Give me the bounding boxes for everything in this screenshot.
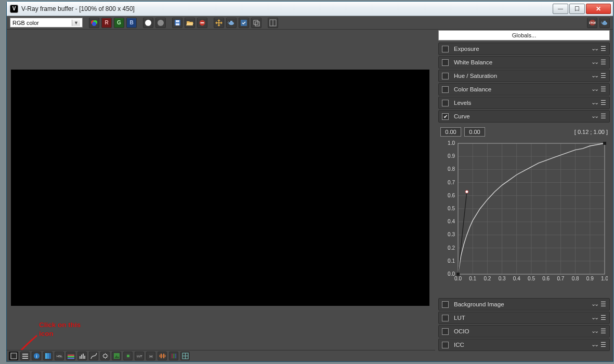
section-hsl[interactable]: Hue / Saturation ⌄⌄ ☰ <box>438 70 610 82</box>
mono-white-button[interactable] <box>143 18 153 28</box>
bottom-ocio-icon[interactable]: H <box>146 352 155 360</box>
bottom-stamp-icon[interactable] <box>123 352 133 360</box>
bottom-bg-icon[interactable] <box>112 352 121 360</box>
section-exposure-checkbox[interactable] <box>442 46 449 52</box>
section-menu-icon[interactable]: ☰ <box>600 99 606 106</box>
duplicate-icon[interactable] <box>251 18 262 28</box>
window-title: V-Ray frame buffer - [100% of 800 x 450] <box>21 5 135 12</box>
bottom-curve-icon[interactable] <box>89 352 98 360</box>
svg-rect-19 <box>11 353 17 359</box>
compare-ab-icon[interactable] <box>268 18 278 28</box>
section-levels[interactable]: Levels ⌄⌄ ☰ <box>438 97 610 109</box>
section-curve[interactable]: Curve ⌄⌄ ☰ <box>438 110 610 123</box>
section-bg-checkbox[interactable] <box>442 301 449 308</box>
chevron-down-icon[interactable]: ⌄⌄ <box>591 314 597 321</box>
section-lut[interactable]: LUT ⌄⌄ ☰ <box>438 312 610 324</box>
maximize-button[interactable]: 囗 <box>569 4 585 14</box>
chevron-down-icon[interactable]: ⌄⌄ <box>591 86 597 93</box>
save-icon[interactable] <box>172 18 182 28</box>
channel-g-button[interactable]: G <box>114 18 124 28</box>
section-menu-icon[interactable]: ☰ <box>600 86 606 93</box>
svg-text:0.9: 0.9 <box>448 153 455 159</box>
bottom-sliders-icon[interactable] <box>169 352 178 360</box>
chevron-down-icon[interactable]: ⌄⌄ <box>591 341 597 348</box>
bottom-hsl-icon[interactable]: HSL <box>55 352 64 360</box>
bottom-colorbalance-icon[interactable] <box>66 352 75 360</box>
section-exposure[interactable]: Exposure ⌄⌄ ☰ <box>438 43 610 55</box>
link-viewport-icon[interactable] <box>239 18 249 28</box>
section-cb[interactable]: Color Balance ⌄⌄ ☰ <box>438 83 610 96</box>
svg-rect-11 <box>254 20 258 24</box>
bottom-pixel-aspect-icon[interactable] <box>180 352 190 360</box>
section-cb-checkbox[interactable] <box>442 86 449 93</box>
bottom-levels-icon[interactable] <box>43 352 53 360</box>
section-menu-icon[interactable]: ☰ <box>600 45 606 52</box>
section-menu-icon[interactable]: ☰ <box>600 59 606 66</box>
corrections-toggle-icon[interactable] <box>9 352 18 360</box>
info-icon[interactable]: i <box>32 352 41 360</box>
section-menu-icon[interactable]: ☰ <box>600 113 606 120</box>
titlebar[interactable]: V V-Ray frame buffer - [100% of 800 x 45… <box>7 2 613 16</box>
section-bg-label: Background Image <box>454 301 504 307</box>
svg-text:STOP: STOP <box>589 21 596 24</box>
svg-rect-12 <box>255 22 259 26</box>
section-icc-checkbox[interactable] <box>442 342 449 348</box>
history-icon[interactable] <box>20 352 30 360</box>
curve-editor[interactable]: 0.00.10.20.30.40.50.60.70.80.91.00.00.10… <box>441 140 610 287</box>
section-hsl-checkbox[interactable] <box>442 73 449 79</box>
section-ocio-checkbox[interactable] <box>442 328 449 335</box>
teapot-main-icon[interactable] <box>599 18 610 28</box>
svg-rect-33 <box>80 356 81 359</box>
channel-combo[interactable]: RGB color ▼ <box>10 18 83 28</box>
curve-input-b[interactable]: 0.00 <box>464 127 485 137</box>
chevron-down-icon[interactable]: ⌄⌄ <box>591 45 597 52</box>
svg-rect-26 <box>47 353 49 359</box>
section-wb[interactable]: White Balance ⌄⌄ ☰ <box>438 56 610 69</box>
section-menu-icon[interactable]: ☰ <box>600 328 606 335</box>
bottom-toolbar: i HSL LUT <box>7 350 435 361</box>
svg-text:0.1: 0.1 <box>448 258 455 264</box>
section-lut-checkbox[interactable] <box>442 315 449 321</box>
svg-text:0.2: 0.2 <box>448 245 455 251</box>
mono-grey-button[interactable] <box>155 18 166 28</box>
svg-rect-30 <box>68 355 74 356</box>
svg-text:i: i <box>36 354 37 359</box>
chevron-down-icon[interactable]: ⌄⌄ <box>591 59 597 66</box>
bottom-lens-icon[interactable] <box>100 352 110 360</box>
section-levels-checkbox[interactable] <box>442 100 449 106</box>
region-render-icon[interactable] <box>214 18 224 28</box>
svg-text:0.8: 0.8 <box>572 276 579 281</box>
minimize-button[interactable]: — <box>553 4 568 14</box>
teapot-render-icon[interactable] <box>226 18 237 28</box>
stop-render-icon[interactable]: STOP <box>587 18 597 28</box>
section-menu-icon[interactable]: ☰ <box>600 341 606 348</box>
bottom-lut-icon[interactable]: LUT <box>135 352 144 360</box>
render-viewport[interactable] <box>11 70 429 306</box>
rgb-toggle-icon[interactable] <box>89 18 99 28</box>
section-icc[interactable]: ICC ⌄⌄ ☰ <box>438 339 610 351</box>
svg-text:1.0: 1.0 <box>601 276 608 281</box>
bottom-icc-icon[interactable] <box>158 352 167 360</box>
curve-input-a[interactable]: 0.00 <box>440 127 461 137</box>
section-menu-icon[interactable]: ☰ <box>600 72 606 79</box>
section-menu-icon[interactable]: ☰ <box>600 301 606 308</box>
bottom-histogram-icon[interactable] <box>77 352 87 360</box>
svg-rect-34 <box>81 355 82 359</box>
section-ocio[interactable]: OCIO ⌄⌄ ☰ <box>438 325 610 338</box>
section-wb-checkbox[interactable] <box>442 59 449 66</box>
chevron-down-icon[interactable]: ⌄⌄ <box>591 301 597 308</box>
svg-text:0.0: 0.0 <box>454 276 462 281</box>
delete-icon[interactable] <box>197 18 207 28</box>
chevron-down-icon[interactable]: ⌄⌄ <box>591 99 597 106</box>
chevron-down-icon[interactable]: ⌄⌄ <box>591 328 597 335</box>
section-menu-icon[interactable]: ☰ <box>600 314 606 321</box>
channel-b-button[interactable]: B <box>126 18 137 28</box>
section-curve-checkbox[interactable] <box>442 113 449 120</box>
chevron-down-icon[interactable]: ⌄⌄ <box>591 72 597 79</box>
chevron-down-icon[interactable]: ⌄⌄ <box>591 113 597 120</box>
globals-button[interactable]: Globals... <box>438 30 610 41</box>
channel-r-button[interactable]: R <box>101 18 112 28</box>
open-icon[interactable] <box>185 18 195 28</box>
section-bg[interactable]: Background Image ⌄⌄ ☰ <box>438 298 610 311</box>
close-button[interactable]: ✕ <box>586 4 611 14</box>
